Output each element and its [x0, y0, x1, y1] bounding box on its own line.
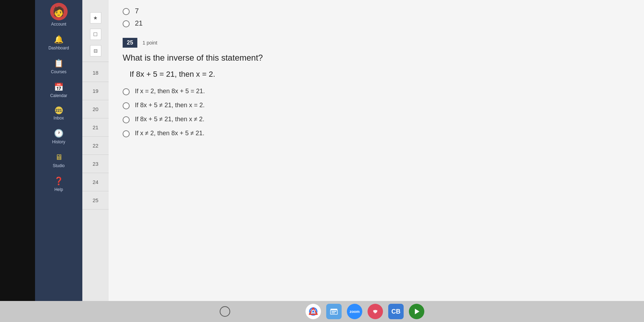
option-text-2: If 8x + 5 ≠ 21, then x ≠ 2.: [135, 116, 204, 123]
calendar-icon: 📅: [54, 83, 63, 92]
secondary-top-icons: ★ ☐ ⊟: [82, 7, 109, 62]
question-num-24[interactable]: 24: [82, 173, 109, 191]
taskbar-home-circle[interactable]: [220, 306, 230, 317]
sidebar-label-help: Help: [54, 187, 63, 192]
question-num-21[interactable]: 21: [82, 118, 109, 137]
sidebar-item-inbox[interactable]: 221 Inbox: [35, 102, 82, 125]
question-num-25[interactable]: 25: [82, 191, 109, 210]
question-num-23[interactable]: 23: [82, 155, 109, 173]
sidebar-label-calendar: Calendar: [50, 93, 67, 98]
sidebar-label-inbox: Inbox: [54, 116, 64, 121]
taskbar-chrome-btn[interactable]: [306, 304, 321, 319]
help-icon: ❓: [54, 177, 63, 186]
answer-option-1[interactable]: If 8x + 5 ≠ 21, then x = 2.: [123, 102, 630, 109]
svg-point-3: [312, 310, 314, 313]
prev-question-7: 7 21: [123, 7, 630, 27]
sidebar-label-dashboard: Dashboard: [48, 46, 69, 50]
studio-icon: 🖥: [55, 153, 63, 162]
sidebar-item-help[interactable]: ❓ Help: [35, 172, 82, 196]
sidebar-item-studio[interactable]: 🖥 Studio: [35, 149, 82, 172]
secondary-sidebar: ★ ☐ ⊟ 18 19 20 21 22 23 24 25: [82, 0, 109, 322]
window-icon-btn[interactable]: ☐: [90, 29, 101, 40]
taskbar-zoom-btn[interactable]: zoom: [347, 304, 362, 319]
sidebar-item-history[interactable]: 🕐 History: [35, 125, 82, 149]
answer-option-3[interactable]: If x ≠ 2, then 8x + 5 ≠ 21.: [123, 130, 630, 137]
sidebar-label-history: History: [52, 139, 65, 144]
taskbar: zoom CB: [0, 301, 644, 322]
question-header: 25 1 point: [123, 38, 630, 48]
prev-option-21[interactable]: 21: [123, 19, 630, 27]
sidebar-label-courses: Courses: [51, 69, 67, 74]
question-number-badge: 25: [123, 38, 137, 48]
sidebar-item-courses[interactable]: 📋 Courses: [35, 55, 82, 78]
history-icon: 🕐: [54, 129, 63, 138]
main-content: 7 21 25 1 point What is the inverse of t…: [109, 0, 644, 301]
sidebar-label-studio: Studio: [53, 163, 64, 168]
option-text-0: If x = 2, then 8x + 5 = 21.: [135, 88, 205, 95]
question-points: 1 point: [143, 40, 157, 46]
question-num-22[interactable]: 22: [82, 137, 109, 155]
bezel-left: [0, 0, 35, 322]
zoom-label: zoom: [350, 309, 360, 314]
radio-option-3[interactable]: [123, 130, 130, 137]
svg-rect-6: [331, 311, 336, 312]
taskbar-files-btn[interactable]: [326, 304, 342, 319]
prev-option-text-7: 7: [135, 7, 139, 15]
dashboard-icon: 🔔: [54, 35, 63, 44]
option-text-1: If 8x + 5 ≠ 21, then x = 2.: [135, 102, 205, 109]
radio-option-0[interactable]: [123, 88, 130, 95]
question-num-19[interactable]: 19: [82, 82, 109, 100]
avatar: 🧑: [50, 3, 68, 20]
inbox-badge: 221: [55, 107, 63, 114]
sidebar: 🧑 Account 🔔 Dashboard 📋 Courses 📅 Calend…: [35, 0, 82, 322]
taskbar-play-btn[interactable]: [409, 304, 424, 319]
courses-icon: 📋: [54, 59, 63, 68]
question-text: What is the inverse of this statement?: [123, 53, 630, 63]
prev-option-text-21: 21: [135, 19, 143, 27]
taskbar-messages-btn[interactable]: [368, 304, 383, 319]
radio-21[interactable]: [123, 20, 130, 27]
option-text-3: If x ≠ 2, then 8x + 5 ≠ 21.: [135, 130, 204, 137]
svg-rect-7: [331, 313, 335, 313]
radio-option-1[interactable]: [123, 102, 130, 109]
question-num-18[interactable]: 18: [82, 64, 109, 82]
sidebar-item-dashboard[interactable]: 🔔 Dashboard: [35, 31, 82, 55]
sidebar-item-account[interactable]: 🧑 Account: [35, 0, 82, 31]
answer-option-0[interactable]: If x = 2, then 8x + 5 = 21.: [123, 88, 630, 95]
radio-option-2[interactable]: [123, 116, 130, 123]
prev-option-7[interactable]: 7: [123, 7, 630, 15]
collapse-icon-btn[interactable]: ⊟: [90, 45, 101, 56]
taskbar-cb-btn[interactable]: CB: [388, 304, 404, 319]
sidebar-label-account: Account: [51, 22, 66, 27]
svg-rect-5: [330, 310, 337, 314]
statement-text: If 8x + 5 = 21, then x = 2.: [130, 70, 630, 79]
sidebar-item-calendar[interactable]: 📅 Calendar: [35, 78, 82, 102]
pin-icon-btn[interactable]: ★: [90, 12, 101, 23]
answer-option-2[interactable]: If 8x + 5 ≠ 21, then x ≠ 2.: [123, 116, 630, 123]
question-num-20[interactable]: 20: [82, 100, 109, 118]
cb-icon: CB: [391, 308, 400, 315]
svg-marker-9: [415, 309, 419, 314]
radio-7[interactable]: [123, 8, 130, 15]
